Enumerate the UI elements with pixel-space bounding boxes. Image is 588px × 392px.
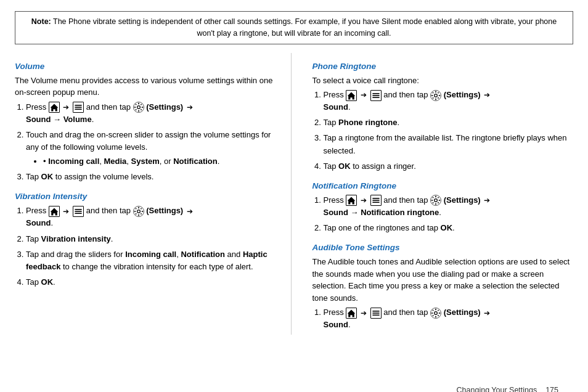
footer-text: Changing Your Settings [457,386,537,392]
menu-icon-vi1 [73,206,86,215]
svg-rect-51 [438,202,439,203]
svg-rect-2 [75,107,81,108]
svg-rect-40 [372,198,379,199]
vibration-step-2: Tap Vibration intensity. [26,233,276,245]
volume-bullet-1: • Incoming call, Media, System, or Notif… [43,155,276,168]
svg-rect-8 [141,107,142,108]
phone-ringtone-step-2: Tap Phone ringtone. [324,116,574,129]
audible-tone-title: Audible Tone Settings [312,243,574,252]
notification-ringtone-title: Notification Ringtone [312,181,574,190]
vibration-section-title: Vibration Intensity [15,192,276,201]
svg-rect-47 [439,200,440,202]
arrow-nr2: ➔ [484,196,490,205]
svg-rect-29 [372,97,379,98]
svg-rect-28 [372,95,379,96]
settings-label-at1: (Settings) [444,308,483,317]
svg-rect-24 [135,213,136,214]
phone-ringtone-steps: Press ➔ and then tap [324,89,574,173]
svg-rect-45 [435,203,436,205]
svg-marker-13 [50,208,58,215]
svg-point-17 [137,210,140,213]
svg-rect-33 [431,95,433,96]
svg-point-30 [435,94,438,97]
home-icon-vi1 [49,206,62,215]
svg-rect-48 [433,197,434,198]
svg-point-56 [435,311,438,314]
svg-rect-41 [372,200,379,202]
svg-rect-60 [439,312,440,314]
svg-rect-9 [135,104,136,105]
and-then-tap-at1: and then tap [383,308,430,317]
gear-icon-at1 [430,308,444,317]
svg-rect-11 [135,109,136,110]
svg-rect-37 [433,97,434,98]
svg-rect-25 [140,213,141,214]
sound-notif-label: Sound → Notification ringtone [324,208,439,217]
press-label-vi1: Press [26,206,49,215]
svg-rect-18 [138,207,139,208]
volume-section-title: Volume [15,62,276,71]
notification-ringtone-steps: Press ➔ and then tap [324,194,574,234]
svg-rect-53 [372,311,379,312]
settings-label-pr1: (Settings) [444,90,483,99]
footer-page: 175 [545,386,558,392]
svg-rect-19 [138,214,139,216]
volume-step-2: Touch and drag the on-screen slider to a… [26,129,276,168]
svg-rect-22 [135,208,136,209]
gear-icon-pr1 [430,90,444,99]
svg-rect-58 [435,316,436,317]
menu-icon-at1 [370,308,384,317]
svg-rect-63 [433,315,434,316]
svg-rect-14 [75,209,81,210]
home-icon-pr1 [346,90,359,99]
home-icon [49,102,62,112]
press-label-pr1: Press [324,90,346,99]
press-label-nr1: Press [324,195,346,205]
svg-rect-7 [134,107,135,108]
svg-rect-21 [141,211,142,212]
vibration-step-1: Press ➔ and then tap [26,205,276,229]
svg-marker-0 [50,104,58,111]
svg-rect-42 [372,202,379,203]
gear-icon-1 [133,102,147,112]
right-column: Phone Ringtone To select a voice call ri… [310,53,574,335]
settings-label-nr1: (Settings) [444,195,483,205]
arrow-vi2: ➔ [187,207,193,216]
note-box: Note: The Phone vibrate setting is indep… [15,11,573,44]
volume-intro: The Volume menu provides access to vario… [15,75,276,99]
left-column: Volume The Volume menu provides access t… [15,53,292,335]
settings-label-vi1: (Settings) [146,206,186,215]
svg-rect-50 [433,202,434,203]
page-wrapper: Note: The Phone vibrate setting is indep… [15,11,573,392]
press-label-at1: Press [324,308,346,317]
svg-marker-39 [348,197,356,205]
volume-step-1: Press ➔ [26,101,276,126]
svg-rect-27 [372,93,379,94]
note-text: The Phone vibrate setting is independent… [53,17,557,38]
svg-rect-1 [75,105,81,106]
svg-rect-34 [439,95,440,96]
svg-rect-54 [372,312,379,314]
svg-rect-12 [140,109,141,110]
svg-rect-55 [372,314,379,316]
svg-rect-16 [75,213,81,214]
menu-icon-1 [73,102,86,112]
note-label: Note: [31,17,51,26]
svg-rect-38 [438,97,439,98]
sound-volume-label: Sound → Volume [26,115,92,124]
arrow-at1: ➔ [361,309,367,317]
audible-tone-steps: Press ➔ and then tap [324,306,574,331]
phone-ringtone-intro: To select a voice call ringtone: [312,75,574,87]
page-footer: Changing Your Settings 175 [457,386,558,392]
phone-ringtone-title: Phone Ringtone [312,62,574,71]
svg-rect-62 [438,309,439,311]
audible-step-1: Press ➔ and then tap [324,306,574,331]
vibration-step-4: Tap OK. [26,276,276,288]
sound-label-vi: Sound [26,218,51,227]
svg-marker-26 [348,92,356,99]
svg-rect-57 [435,309,436,310]
arrow-at2: ➔ [484,309,490,317]
svg-rect-35 [433,92,434,93]
phone-ringtone-step-4: Tap OK to assign a ringer. [324,160,574,173]
arrow-1: ➔ [63,103,69,112]
